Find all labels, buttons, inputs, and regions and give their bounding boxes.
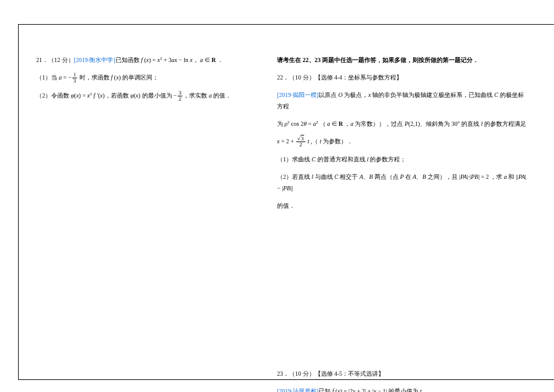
q23-stem-text: 已知 f (x) = |2x + 2| + |x − 1| 的最小值为 t ． bbox=[319, 388, 429, 392]
q23-source-link: [2019·汕尾质检] bbox=[277, 388, 319, 392]
q23-stem: [2019·汕尾质检]已知 f (x) = |2x + 2| + |x − 1|… bbox=[277, 385, 527, 392]
